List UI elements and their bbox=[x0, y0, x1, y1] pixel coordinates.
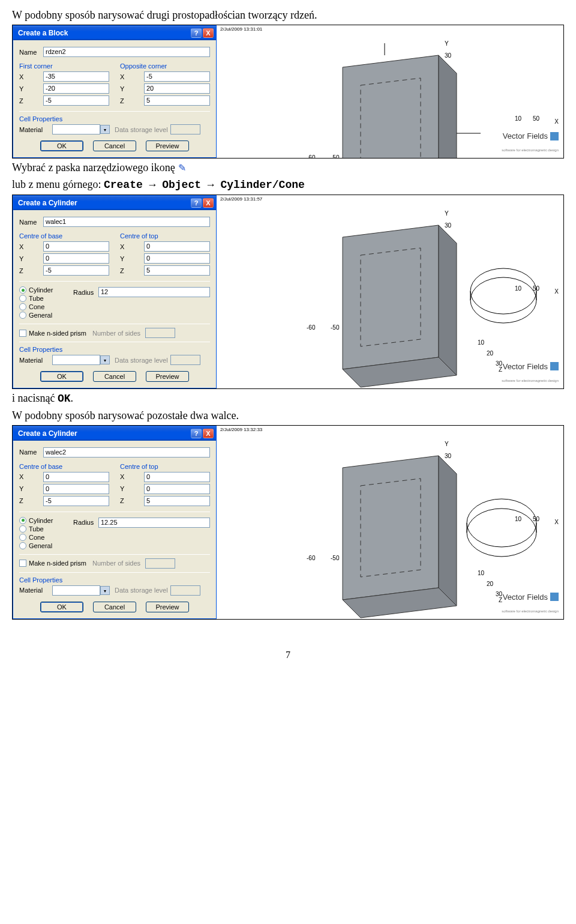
label-x: X bbox=[19, 73, 43, 80]
help-button[interactable]: ? bbox=[191, 28, 202, 38]
viewport-cyl2: 2/Jul/2009 13:32:33 Y X Z -60 -50 30 10 … bbox=[217, 426, 563, 619]
chevron-down-icon[interactable]: ▾ bbox=[100, 586, 110, 595]
top-z[interactable]: 5 bbox=[144, 496, 210, 506]
titlebar-cyl1: Create a Cylinder ? X bbox=[13, 196, 216, 210]
top-y[interactable]: 0 bbox=[144, 253, 210, 264]
first-x[interactable]: -35 bbox=[43, 71, 109, 82]
ok-button[interactable]: OK bbox=[40, 140, 83, 151]
svg-marker-16 bbox=[439, 456, 457, 606]
data-storage-input bbox=[170, 585, 200, 596]
dialog-create-block: Create a Block ? X Name rdzen2 First cor… bbox=[13, 25, 217, 158]
axis-y-label: Y bbox=[445, 40, 449, 47]
cylinder-toolbar-icon[interactable] bbox=[178, 163, 188, 174]
chevron-down-icon[interactable]: ▾ bbox=[100, 355, 110, 364]
close-button[interactable]: X bbox=[203, 429, 214, 438]
cylinder-outline bbox=[467, 267, 539, 327]
top-z[interactable]: 5 bbox=[144, 265, 210, 276]
name-input[interactable]: walec2 bbox=[43, 447, 210, 457]
press-ok-text: i nacisnąć OK. bbox=[12, 391, 564, 406]
radius-input[interactable]: 12.25 bbox=[98, 518, 210, 528]
help-button[interactable]: ? bbox=[191, 198, 202, 208]
intro-text-1: W podobny sposób narysować drugi prostop… bbox=[12, 8, 564, 22]
tick-n60: -60 bbox=[307, 154, 315, 158]
first-y[interactable]: -20 bbox=[43, 83, 109, 94]
data-storage-label: Data storage level bbox=[115, 357, 168, 364]
cancel-button[interactable]: Cancel bbox=[93, 602, 136, 612]
radio-cone[interactable] bbox=[19, 303, 26, 310]
first-corner-label: First corner bbox=[19, 62, 109, 70]
opp-y[interactable]: 20 bbox=[144, 83, 210, 94]
svg-point-12 bbox=[470, 277, 536, 323]
chevron-down-icon[interactable]: ▾ bbox=[100, 125, 110, 134]
base-x[interactable]: 0 bbox=[43, 472, 109, 482]
top-x[interactable]: 0 bbox=[144, 472, 210, 482]
cylinder-outline bbox=[464, 498, 539, 561]
base-x[interactable]: 0 bbox=[43, 241, 109, 252]
viewport-cyl1: 2/Jul/2009 13:31:57 Y X Z -60 -50 30 10 … bbox=[217, 195, 563, 388]
make-prism-checkbox[interactable] bbox=[19, 560, 26, 567]
preview-button[interactable]: Preview bbox=[146, 371, 189, 382]
radio-cone[interactable] bbox=[19, 534, 26, 541]
timestamp: 2/Jul/2009 13:32:33 bbox=[220, 427, 262, 432]
section-cylinder-1: Create a Cylinder ? X Name walec1 Centre… bbox=[12, 195, 564, 389]
brand-vector-fields: Vector Fields software for electromagnet… bbox=[502, 129, 559, 154]
svg-point-11 bbox=[470, 268, 536, 314]
radio-cylinder[interactable] bbox=[19, 517, 26, 524]
radio-tube[interactable] bbox=[19, 295, 26, 302]
material-label: Material bbox=[19, 126, 52, 133]
centre-base-label: Centre of base bbox=[19, 232, 109, 240]
radius-input[interactable]: 12 bbox=[98, 287, 210, 297]
timestamp: 2/Jul/2009 13:31:57 bbox=[220, 196, 262, 202]
material-label: Material bbox=[19, 357, 52, 364]
ok-button[interactable]: OK bbox=[40, 602, 83, 612]
cancel-button[interactable]: Cancel bbox=[93, 140, 136, 151]
brand-icon bbox=[550, 132, 559, 140]
ok-button[interactable]: OK bbox=[40, 371, 83, 382]
top-y[interactable]: 0 bbox=[144, 484, 210, 494]
name-label: Name bbox=[19, 219, 43, 226]
base-z[interactable]: -5 bbox=[43, 265, 109, 276]
section-block: Create a Block ? X Name rdzen2 First cor… bbox=[12, 25, 564, 159]
brand-vector-fields: Vector Fields software for electromagnet… bbox=[502, 590, 559, 615]
data-storage-input bbox=[170, 355, 200, 365]
radio-general[interactable] bbox=[19, 542, 26, 549]
opp-z[interactable]: 5 bbox=[144, 95, 210, 106]
opposite-corner-label: Opposite corner bbox=[120, 62, 210, 70]
dialog-create-cylinder-1: Create a Cylinder ? X Name walec1 Centre… bbox=[13, 195, 217, 388]
material-select[interactable] bbox=[52, 585, 100, 596]
name-input[interactable]: rdzen2 bbox=[43, 47, 210, 57]
top-x[interactable]: 0 bbox=[144, 241, 210, 252]
base-y[interactable]: 0 bbox=[43, 484, 109, 494]
close-button[interactable]: X bbox=[203, 28, 214, 38]
svg-marker-8 bbox=[439, 225, 457, 375]
preview-button[interactable]: Preview bbox=[146, 602, 189, 612]
brand-icon bbox=[550, 593, 559, 601]
remaining-text: W podobny sposób narysować pozostałe dwa… bbox=[12, 409, 564, 423]
preview-button[interactable]: Preview bbox=[146, 140, 189, 151]
radio-general[interactable] bbox=[19, 312, 26, 319]
first-z[interactable]: -5 bbox=[43, 95, 109, 106]
radio-cylinder[interactable] bbox=[19, 286, 26, 294]
viewport-block: 2/Jul/2009 13:31:01 Y X Z -60 -50 30 10 … bbox=[217, 25, 563, 158]
name-label: Name bbox=[19, 49, 43, 56]
material-select[interactable] bbox=[52, 124, 100, 134]
cyl1-3d-shape bbox=[289, 213, 481, 388]
base-y[interactable]: 0 bbox=[43, 253, 109, 264]
radius-label: Radius bbox=[73, 289, 98, 296]
menu-path-text: lub z menu górnego: Create → Object → Cy… bbox=[12, 178, 564, 192]
base-z[interactable]: -5 bbox=[43, 496, 109, 506]
name-input[interactable]: walec1 bbox=[43, 217, 210, 227]
cancel-button[interactable]: Cancel bbox=[93, 371, 136, 382]
label-y: Y bbox=[19, 85, 43, 92]
brand-icon bbox=[550, 362, 559, 370]
material-select[interactable] bbox=[52, 355, 100, 365]
help-button[interactable]: ? bbox=[191, 429, 202, 438]
page-number: 7 bbox=[12, 650, 564, 660]
make-prism-checkbox[interactable] bbox=[19, 330, 26, 337]
cell-props-label: Cell Properties bbox=[19, 115, 210, 122]
axis-x-label: X bbox=[554, 118, 559, 125]
opp-x[interactable]: -5 bbox=[144, 71, 210, 82]
close-button[interactable]: X bbox=[203, 198, 214, 208]
radio-tube[interactable] bbox=[19, 525, 26, 533]
svg-point-19 bbox=[467, 499, 536, 547]
